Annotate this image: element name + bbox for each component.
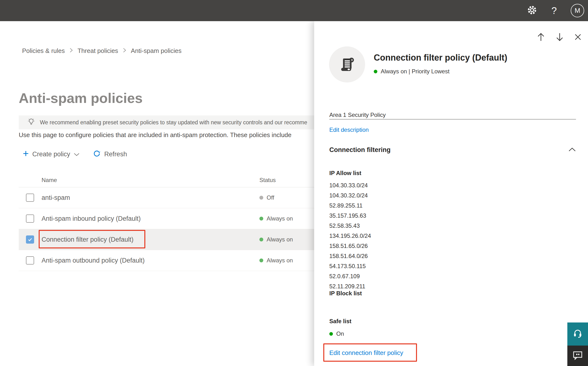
divider [329, 119, 576, 120]
edit-description-link[interactable]: Edit description [329, 127, 369, 133]
ip-address: 52.0.67.109 [329, 271, 371, 281]
breadcrumb-policies-rules[interactable]: Policies & rules [22, 47, 65, 54]
status-dot-off [259, 196, 263, 200]
flyout-status-line: Always on | Priority Lowest [374, 68, 507, 75]
policy-name: Connection filter policy (Default) [42, 236, 259, 243]
breadcrumb-anti-spam-policies[interactable]: Anti-spam policies [131, 47, 182, 54]
ip-address: 54.173.50.115 [329, 261, 371, 271]
help-button[interactable]: ? [551, 6, 557, 15]
section-title: Connection filtering [329, 146, 390, 154]
previous-item-button[interactable] [537, 32, 545, 42]
policy-details-flyout: Connection filter policy (Default) Alway… [314, 21, 588, 366]
ip-address: 35.157.195.63 [329, 211, 371, 221]
policy-name: Anti-spam inbound policy (Default) [42, 215, 259, 222]
settings-button[interactable] [527, 5, 537, 17]
safe-list-status: On [329, 330, 344, 337]
account-button[interactable]: M [571, 4, 584, 17]
close-icon[interactable] [574, 33, 582, 41]
ip-address: 52.89.255.11 [329, 201, 371, 211]
status-label: Always on [267, 215, 293, 222]
support-button[interactable] [567, 322, 588, 346]
flyout-header-text: Connection filter policy (Default) Alway… [374, 46, 507, 83]
policy-name: Anti-spam outbound policy (Default) [42, 257, 259, 264]
refresh-button[interactable]: Refresh [93, 150, 127, 159]
flyout-title: Connection filter policy (Default) [374, 53, 507, 63]
flyout-header: Connection filter policy (Default) Alway… [329, 46, 507, 83]
status-dot-on [259, 238, 263, 241]
status-dot-on [329, 332, 333, 336]
top-app-bar: ? M [0, 0, 588, 21]
ip-address: 52.58.35.43 [329, 221, 371, 231]
page-title: Anti-spam policies [19, 91, 143, 106]
policy-description: Area 1 Security Policy [329, 112, 386, 118]
create-policy-label: Create policy [32, 151, 70, 158]
row-checkbox[interactable] [26, 194, 34, 202]
section-connection-filtering[interactable]: Connection filtering [329, 146, 576, 154]
ip-allow-list-label: IP Allow list [329, 170, 361, 176]
breadcrumb: Policies & rules Threat policies Anti-sp… [22, 47, 182, 54]
headset-icon [571, 327, 584, 341]
flyout-nav [537, 32, 582, 42]
ip-address: 104.30.32.0/24 [329, 191, 371, 201]
feedback-bubble-icon [572, 350, 583, 362]
policy-scroll-icon [329, 46, 365, 83]
flyout-status-label: Always on | Priority Lowest [381, 68, 449, 75]
feedback-button[interactable] [567, 346, 588, 366]
plus-icon: + [23, 149, 29, 159]
row-checkbox-checked[interactable] [26, 236, 34, 244]
edit-connection-filter-policy-link[interactable]: Edit connection filter policy [329, 349, 403, 357]
screen: ? M Policies & rules Threat policies Ant… [0, 0, 588, 366]
lightbulb-icon [27, 117, 36, 128]
chevron-right-icon [123, 47, 126, 54]
safe-list-status-label: On [336, 330, 344, 337]
status-label: Off [267, 194, 274, 201]
status-label: Always on [267, 257, 293, 264]
status-dot-on [259, 217, 263, 221]
toolbar: + Create policy Refresh [23, 148, 127, 160]
column-header-name[interactable]: Name [42, 177, 259, 183]
ip-address: 104.30.33.0/24 [329, 180, 371, 191]
banner-text: We recommend enabling preset security po… [40, 119, 307, 126]
chevron-right-icon [70, 47, 73, 54]
ip-address: 158.51.65.0/26 [329, 241, 371, 251]
refresh-icon [93, 150, 101, 159]
breadcrumb-threat-policies[interactable]: Threat policies [78, 47, 118, 54]
policy-name: anti-spam [42, 194, 259, 201]
chevron-down-icon [74, 151, 80, 158]
next-item-button[interactable] [555, 32, 564, 42]
refresh-label: Refresh [104, 151, 127, 158]
create-policy-button[interactable]: + Create policy [23, 150, 80, 159]
status-dot-on [259, 259, 263, 262]
question-mark-icon: ? [551, 6, 557, 15]
row-checkbox[interactable] [26, 256, 34, 265]
status-label: Always on [267, 236, 293, 243]
status-dot-on [374, 70, 377, 73]
ip-address: 158.51.64.0/26 [329, 251, 371, 261]
safe-list-label: Safe list [329, 318, 351, 325]
ip-block-list-label: IP Block list [329, 290, 362, 297]
avatar: M [571, 4, 584, 17]
chevron-up-icon [568, 146, 576, 154]
row-checkbox[interactable] [26, 214, 34, 223]
ip-allow-list: 104.30.33.0/24 104.30.32.0/24 52.89.255.… [329, 180, 371, 291]
ip-address: 134.195.26.0/24 [329, 231, 371, 241]
gear-icon [527, 5, 537, 17]
